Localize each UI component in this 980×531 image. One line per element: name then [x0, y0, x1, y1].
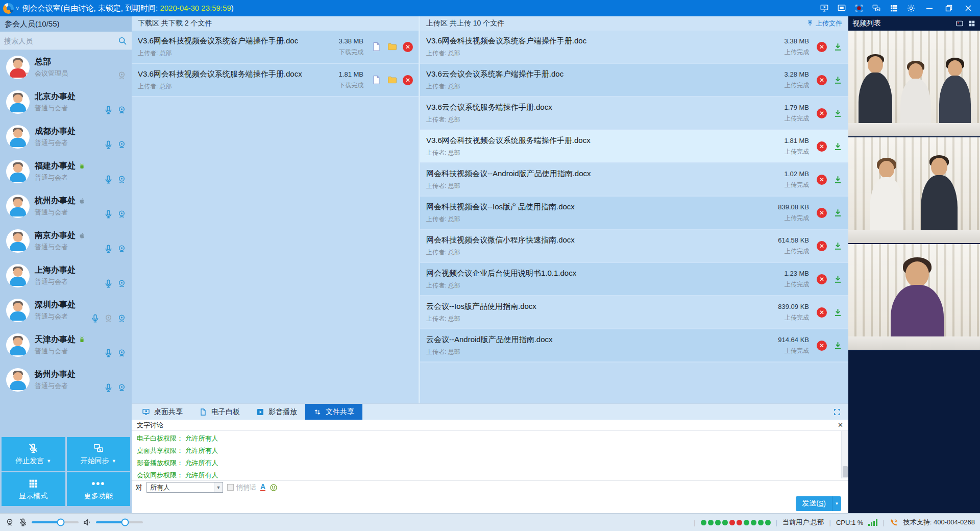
upload-file-link[interactable]: 上传文件 [806, 19, 842, 28]
display-mode-button[interactable]: 显示模式 [2, 472, 65, 506]
download-file-icon[interactable] [832, 307, 843, 318]
mic-icon[interactable] [90, 313, 100, 323]
screen-share-icon[interactable] [817, 2, 832, 15]
open-file-icon[interactable] [371, 75, 382, 86]
delete-file-icon[interactable]: ✕ [816, 141, 827, 152]
mic-icon[interactable] [104, 209, 113, 219]
grid-layout-icon[interactable] [886, 2, 901, 15]
mic-icon[interactable] [104, 279, 113, 288]
open-folder-icon[interactable] [386, 75, 398, 86]
webcam-icon[interactable] [117, 209, 127, 219]
delete-file-icon[interactable]: ✕ [816, 307, 827, 318]
download-file-icon[interactable] [832, 108, 843, 119]
upload-file-row[interactable]: 云会议--Android版产品使用指南.docx上传者: 总部 914.64 K… [420, 329, 848, 363]
close-button[interactable] [960, 2, 977, 15]
participant-row[interactable]: 成都办事处 普通与会者 [0, 119, 132, 154]
delete-file-icon[interactable]: ✕ [816, 75, 827, 86]
download-file-icon[interactable] [832, 240, 843, 252]
upload-file-row[interactable]: V3.6云会议会议系统客户端操作手册.doc上传者: 总部 3.28 MB上传完… [420, 64, 848, 97]
download-file-icon[interactable] [832, 141, 843, 152]
mic-icon[interactable] [104, 175, 113, 184]
open-folder-icon[interactable] [386, 41, 398, 53]
tab-file-share[interactable]: 文件共享 [305, 404, 362, 420]
tab-media-play[interactable]: 影音播放 [248, 404, 305, 420]
download-file-icon[interactable] [832, 174, 843, 185]
download-file-icon[interactable] [832, 207, 843, 219]
download-file-icon[interactable] [832, 41, 843, 53]
record-icon[interactable] [851, 2, 867, 15]
chat-close-icon[interactable]: ✕ [838, 421, 843, 429]
delete-file-icon[interactable]: ✕ [402, 41, 413, 53]
delete-file-icon[interactable]: ✕ [816, 174, 827, 185]
upload-file-row[interactable]: 网会科技视频会议--Ios版产品使用指南.docx上传者: 总部 839.08 … [420, 197, 848, 230]
emoji-icon[interactable] [270, 484, 278, 492]
participant-row[interactable]: 南京办事处 普通与会者 [0, 224, 132, 258]
sync-screens-icon[interactable] [869, 2, 884, 15]
whisper-checkbox[interactable] [227, 484, 234, 491]
upload-file-row[interactable]: 网会科技视频会议--Android版产品使用指南.docx上传者: 总部 1.0… [420, 163, 848, 197]
chevron-down-icon[interactable]: ˅ [16, 5, 19, 11]
webcam-icon[interactable] [117, 175, 127, 184]
video-tile[interactable] [848, 137, 980, 244]
webcam-icon[interactable] [117, 383, 127, 393]
mic-icon[interactable] [104, 140, 113, 150]
stop-speaking-button[interactable]: 停止发言▼ [2, 437, 65, 471]
mic-icon[interactable] [104, 383, 113, 393]
grid-view-icon[interactable] [968, 19, 976, 28]
delete-file-icon[interactable]: ✕ [816, 207, 827, 219]
webcam-icon[interactable] [117, 70, 127, 80]
speaker-volume-slider[interactable] [96, 518, 143, 526]
participant-row[interactable]: 天津办事处 普通与会者 [0, 328, 132, 363]
download-file-row[interactable]: V3.6网会科技视频会议系统服务端操作手册.docx 上传者: 总部 1.81 … [132, 64, 419, 97]
more-functions-button[interactable]: ••• 更多功能 [67, 472, 131, 506]
delete-file-icon[interactable]: ✕ [816, 41, 827, 53]
speaker-icon[interactable] [83, 518, 92, 527]
recipient-select[interactable]: 所有人 ▼ [146, 482, 223, 493]
open-file-icon[interactable] [371, 41, 382, 53]
start-sync-button[interactable]: 开始同步▼ [67, 437, 131, 471]
upload-file-row[interactable]: V3.6网会科技视频会议系统客户端操作手册.doc上传者: 总部 3.38 MB… [420, 31, 848, 64]
delete-file-icon[interactable]: ✕ [816, 240, 827, 252]
mic-icon[interactable] [104, 105, 113, 115]
upload-file-row[interactable]: 云会议--Ios版产品使用指南.docx上传者: 总部 839.09 KB上传完… [420, 296, 848, 329]
search-input[interactable] [4, 37, 117, 45]
upload-file-row-selected[interactable]: V3.6网会科技视频会议系统服务端操作手册.docx上传者: 总部 1.81 M… [420, 130, 848, 163]
webcam-icon[interactable] [117, 348, 127, 358]
send-button[interactable]: 发送(S) [796, 496, 832, 511]
participant-row[interactable]: 北京办事处 普通与会者 [0, 85, 132, 119]
settings-gear-icon[interactable] [903, 2, 919, 15]
participant-row[interactable]: 扬州办事处 普通与会者 [0, 363, 132, 397]
video-layout-icon[interactable] [955, 19, 964, 28]
maximize-button[interactable] [940, 2, 958, 15]
app-logo-icon[interactable] [3, 3, 14, 14]
webcam-status-icon[interactable] [5, 518, 14, 527]
expand-icon[interactable] [833, 404, 841, 420]
participant-row[interactable]: 福建办事处 普通与会者 [0, 154, 132, 189]
chat-scrollbar[interactable] [841, 431, 848, 478]
mic-icon[interactable] [104, 244, 113, 254]
mic-volume-slider[interactable] [32, 518, 79, 526]
webcam-icon[interactable] [117, 140, 127, 150]
webcam-disabled-icon[interactable] [104, 313, 113, 323]
webcam-icon[interactable] [117, 279, 127, 288]
download-file-row[interactable]: V3.6网会科技视频会议系统客户端操作手册.doc 上传者: 总部 3.38 M… [132, 31, 419, 64]
participant-row[interactable]: 上海办事处 普通与会者 [0, 258, 132, 293]
delete-file-icon[interactable]: ✕ [402, 75, 413, 86]
webcam-icon[interactable] [117, 105, 127, 115]
video-tile[interactable] [848, 31, 980, 137]
upload-file-row[interactable]: 网会视频会议企业后台使用说明书1.0.1.docx上传者: 总部 1.23 MB… [420, 263, 848, 296]
font-style-icon[interactable]: A [260, 484, 265, 491]
upload-file-row[interactable]: 网会科技视频会议微信小程序快速指南.docx上传者: 总部 614.58 KB上… [420, 230, 848, 263]
download-file-icon[interactable] [832, 340, 843, 351]
mic-muted-icon[interactable] [18, 518, 28, 527]
delete-file-icon[interactable]: ✕ [816, 340, 827, 351]
webcam-icon[interactable] [117, 313, 127, 323]
fullscreen-icon[interactable] [834, 2, 849, 15]
participant-row[interactable]: 深圳办事处 普通与会者 [0, 293, 132, 328]
upload-file-row[interactable]: V3.6云会议系统服务端操作手册.docx上传者: 总部 1.79 MB上传完成… [420, 97, 848, 130]
search-icon[interactable] [117, 36, 128, 46]
video-tile[interactable] [848, 244, 980, 351]
download-file-icon[interactable] [832, 274, 843, 285]
minimize-button[interactable] [921, 2, 938, 15]
download-file-icon[interactable] [832, 75, 843, 86]
